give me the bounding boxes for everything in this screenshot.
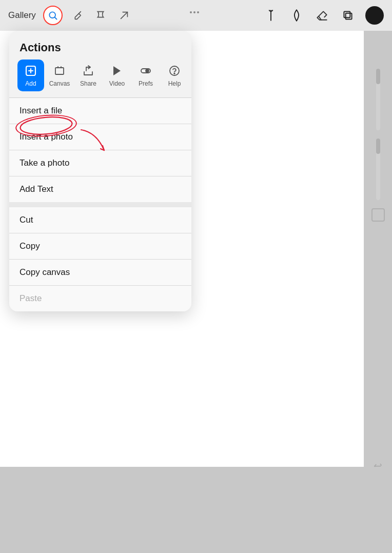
menu-item-paste: Paste [9, 286, 191, 311]
svg-point-16 [146, 69, 149, 72]
tab-prefs[interactable]: Prefs [132, 60, 159, 91]
actions-popup: Actions Add Canvas [9, 31, 191, 311]
help-icon [167, 64, 182, 78]
add-icon [24, 64, 38, 78]
svg-line-1 [55, 17, 57, 19]
prefs-icon [139, 64, 153, 78]
canvas-bottom [0, 467, 392, 553]
menu-gap [9, 202, 191, 207]
menu-item-copy-canvas[interactable]: Copy canvas [9, 260, 191, 286]
pen-tool-button[interactable] [68, 6, 86, 25]
actions-tabs: Add Canvas Share [9, 60, 191, 97]
menu-item-insert-file[interactable]: Insert a file [9, 98, 191, 124]
video-icon [110, 64, 124, 78]
ink-tool-button[interactable] [288, 7, 305, 24]
tab-help[interactable]: Help [161, 60, 188, 91]
menu-item-insert-photo[interactable]: Insert a photo [9, 124, 191, 150]
svg-rect-7 [346, 13, 352, 19]
main-toolbar: Gallery [0, 0, 392, 31]
tab-canvas-label: Canvas [49, 80, 70, 87]
actions-title: Actions [9, 31, 191, 60]
gallery-label[interactable]: Gallery [8, 10, 36, 21]
menu-section-clipboard: Cut Copy Copy canvas Paste [9, 207, 191, 311]
color-swatch[interactable] [365, 6, 384, 25]
dots-menu [190, 11, 199, 13]
tab-prefs-label: Prefs [139, 80, 153, 87]
color-square[interactable] [371, 208, 385, 222]
svg-marker-14 [113, 66, 121, 75]
menu-item-cut[interactable]: Cut [9, 207, 191, 233]
tab-share-label: Share [80, 80, 96, 87]
menu-item-copy[interactable]: Copy [9, 233, 191, 260]
right-sidebar: ↩ ↪ [364, 62, 392, 508]
svg-rect-11 [55, 68, 64, 74]
tab-share[interactable]: Share [75, 60, 102, 91]
opacity-slider[interactable] [376, 139, 380, 200]
canvas-icon [52, 64, 67, 78]
toolbar-right [263, 6, 384, 25]
svg-point-18 [174, 73, 175, 74]
tab-video[interactable]: Video [104, 60, 130, 91]
svg-rect-6 [344, 11, 350, 17]
menu-item-take-photo[interactable]: Take a photo [9, 150, 191, 176]
svg-line-2 [79, 12, 81, 14]
svg-line-3 [121, 12, 127, 19]
tab-canvas[interactable]: Canvas [46, 60, 73, 91]
eraser-tool-button[interactable] [314, 7, 330, 24]
magic-wand-button[interactable] [43, 6, 63, 25]
toolbar-left: Gallery [8, 6, 133, 25]
layers-tool-button[interactable] [340, 7, 356, 24]
brush-size-slider[interactable] [376, 69, 380, 130]
tab-add-label: Add [25, 80, 36, 87]
pencil-tool-button[interactable] [263, 7, 279, 24]
menu-item-add-text[interactable]: Add Text [9, 176, 191, 202]
menu-section-insert: Insert a file Insert a photo Take a phot… [9, 98, 191, 202]
tab-add[interactable]: Add [17, 60, 44, 91]
arrow-tool-button[interactable] [115, 6, 133, 25]
script-tool-button[interactable] [91, 6, 110, 25]
share-icon [81, 64, 95, 78]
tab-video-label: Video [109, 80, 125, 87]
tab-help-label: Help [168, 80, 181, 87]
